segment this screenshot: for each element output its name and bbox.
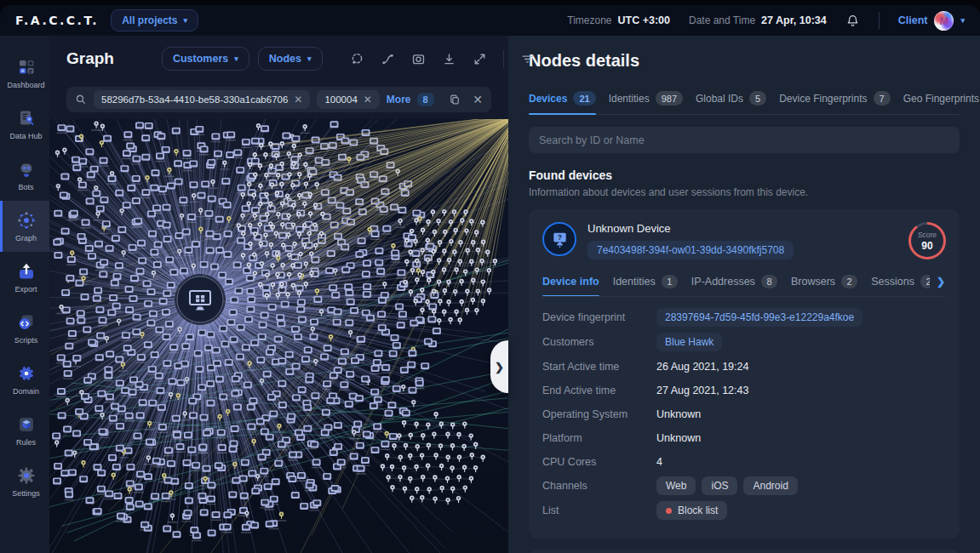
sidebar-item-label: Bots bbox=[18, 183, 33, 191]
device-card: ?Unknown Device7e403498f-394f-ow01-39dd-… bbox=[529, 209, 960, 539]
tabs-scroll-right-icon[interactable]: ❯ bbox=[930, 276, 945, 290]
section-title: Found devices bbox=[529, 168, 960, 182]
download-icon[interactable] bbox=[442, 52, 456, 66]
field-value-chip[interactable]: Blue Hawk bbox=[656, 333, 722, 351]
timezone-display: Timezone UTC +3:00 bbox=[567, 14, 670, 26]
fullscreen-expand-icon[interactable] bbox=[473, 52, 487, 66]
nodes-details-panel: Nodes details Devices21Identities987Glob… bbox=[508, 36, 980, 553]
notifications-bell-icon[interactable] bbox=[845, 14, 860, 28]
sidebar-item-dashboard[interactable]: Dashboard bbox=[0, 48, 49, 99]
remove-chip-icon[interactable]: ✕ bbox=[364, 94, 372, 105]
sidebar-item-label: Data Hub bbox=[9, 132, 42, 140]
sidebar-item-export[interactable]: Export bbox=[0, 252, 49, 303]
clear-search-icon[interactable]: ✕ bbox=[473, 93, 483, 106]
panel-collapse-handle[interactable]: ❯ bbox=[490, 340, 508, 393]
tab-label: Browsers bbox=[791, 276, 835, 288]
sidebar-item-graph[interactable]: Graph bbox=[0, 201, 49, 252]
panel-tabs: Devices21Identities987Global IDs5Device … bbox=[529, 84, 960, 115]
device-id-chip[interactable]: 7e403498f-394f-ow01-39dd-3490fkfj5708 bbox=[587, 241, 794, 259]
tab-geo-fingerprints[interactable]: Geo Fingerprints145 bbox=[903, 84, 980, 114]
field-row: PlatformUnknown bbox=[542, 429, 946, 447]
filter-chip[interactable]: 100004✕ bbox=[317, 90, 379, 109]
score-label: Score bbox=[918, 231, 937, 239]
field-label: Device fingerprint bbox=[542, 311, 656, 323]
sidebar-item-rules[interactable]: Rules bbox=[0, 405, 49, 456]
data-hub-icon bbox=[16, 108, 37, 128]
sidebar-item-label: Scripts bbox=[14, 336, 38, 345]
unknown-device-icon: ? bbox=[542, 222, 576, 256]
filter-chip[interactable]: 58296d7b-53a4-4410-be58-330a1cab6706✕ bbox=[94, 90, 310, 109]
top-bar: F.A.C.C.T. All projects ▾ Timezone UTC +… bbox=[0, 5, 980, 36]
channel-chip[interactable]: Android bbox=[743, 476, 797, 495]
list-status-label: Block list bbox=[678, 505, 718, 516]
section-subtitle: Information about devices and user sessi… bbox=[529, 186, 960, 198]
field-label: Channels bbox=[542, 480, 656, 492]
channel-chip[interactable]: iOS bbox=[702, 476, 737, 495]
sidebar-item-domain[interactable]: Domain bbox=[0, 354, 49, 405]
channel-chip[interactable]: Web bbox=[656, 476, 696, 495]
client-menu[interactable]: Client M ▾ bbox=[898, 11, 965, 31]
all-projects-label: All projects bbox=[122, 14, 177, 26]
sidebar-item-label: Dashboard bbox=[7, 81, 44, 89]
sidebar-item-settings[interactable]: Settings bbox=[0, 456, 49, 507]
tab-devices[interactable]: Devices21 bbox=[529, 84, 596, 114]
sidebar-item-bots[interactable]: Bots bbox=[0, 150, 49, 201]
tab-count-badge: 7 bbox=[874, 91, 891, 105]
tab-device-info[interactable]: Device info bbox=[542, 270, 599, 296]
chevron-down-icon: ▾ bbox=[184, 16, 188, 25]
rules-icon bbox=[16, 414, 37, 435]
graph-icon bbox=[16, 210, 37, 231]
field-value: Unknown bbox=[656, 432, 701, 444]
tab-sessions[interactable]: Sessions2 bbox=[871, 270, 930, 296]
copy-icon[interactable] bbox=[449, 94, 461, 105]
auto-layout-icon[interactable] bbox=[381, 52, 395, 66]
all-projects-dropdown[interactable]: All projects ▾ bbox=[111, 9, 198, 31]
chevron-down-icon: ▾ bbox=[234, 54, 238, 63]
score-ring: Score90 bbox=[908, 222, 946, 259]
domain-icon bbox=[16, 363, 37, 384]
field-value-chip[interactable]: 28397694-7d59-45fd-99e3-e12229a4fkoe bbox=[656, 308, 863, 327]
sidebar-item-label: Domain bbox=[13, 387, 39, 396]
sidebar-item-data-hub[interactable]: Data Hub bbox=[0, 99, 49, 150]
panel-title: Nodes details bbox=[529, 51, 960, 71]
lasso-select-icon[interactable] bbox=[350, 52, 364, 66]
field-label: Customers bbox=[542, 336, 656, 348]
snapshot-camera-icon[interactable] bbox=[411, 52, 426, 66]
sidebar-item-label: Export bbox=[14, 285, 37, 294]
status-dot-icon bbox=[666, 508, 672, 514]
field-row: Operating SystemUnknown bbox=[542, 405, 946, 423]
sidebar-item-label: Rules bbox=[16, 438, 36, 447]
bots-icon bbox=[16, 159, 37, 180]
sidebar-item-label: Settings bbox=[12, 489, 40, 498]
more-filters-button[interactable]: More 8 bbox=[387, 93, 434, 106]
dashboard-icon bbox=[16, 57, 37, 77]
sidebar-nav: DashboardData HubBotsGraphExportScriptsD… bbox=[0, 36, 49, 553]
tab-identities[interactable]: Identities1 bbox=[613, 270, 678, 296]
divider bbox=[503, 50, 504, 67]
list-status-chip[interactable]: Block list bbox=[656, 501, 727, 520]
tab-label: Devices bbox=[529, 93, 567, 105]
tab-label: Sessions bbox=[871, 276, 914, 288]
tab-label: Device info bbox=[542, 276, 599, 288]
field-label: Operating System bbox=[542, 408, 656, 420]
filter-icon[interactable] bbox=[520, 52, 535, 66]
field-row: End Active time27 Aug 2021, 12:43 bbox=[542, 381, 946, 399]
device-search-input[interactable] bbox=[529, 127, 960, 153]
device-card: Device Windowsfbd83498f-394f-ow01-39dd-3… bbox=[529, 550, 960, 553]
nodes-dropdown[interactable]: Nodes▾ bbox=[258, 47, 323, 71]
sidebar-item-scripts[interactable]: Scripts bbox=[0, 303, 49, 354]
facct-logo: F.A.C.C.T. bbox=[15, 14, 99, 27]
tab-global-ids[interactable]: Global IDs5 bbox=[696, 84, 766, 114]
graph-search-input[interactable]: 58296d7b-53a4-4410-be58-330a1cab6706✕ 10… bbox=[66, 87, 491, 112]
field-row: ChannelsWebiOSAndroid bbox=[542, 476, 946, 495]
tab-device-fingerprints[interactable]: Device Fingerprints7 bbox=[779, 84, 891, 114]
field-value: 27 Aug 2021, 12:43 bbox=[656, 385, 748, 396]
tab-count-badge: 5 bbox=[749, 91, 766, 105]
graph-canvas[interactable] bbox=[49, 119, 508, 553]
tab-ip-addresses[interactable]: IP-Addresses8 bbox=[691, 270, 777, 296]
remove-chip-icon[interactable]: ✕ bbox=[294, 94, 302, 105]
tab-identities[interactable]: Identities987 bbox=[609, 84, 683, 114]
tab-browsers[interactable]: Browsers2 bbox=[791, 270, 857, 296]
customers-dropdown[interactable]: Customers▾ bbox=[162, 47, 249, 71]
field-row: CPU Cores4 bbox=[542, 453, 946, 470]
